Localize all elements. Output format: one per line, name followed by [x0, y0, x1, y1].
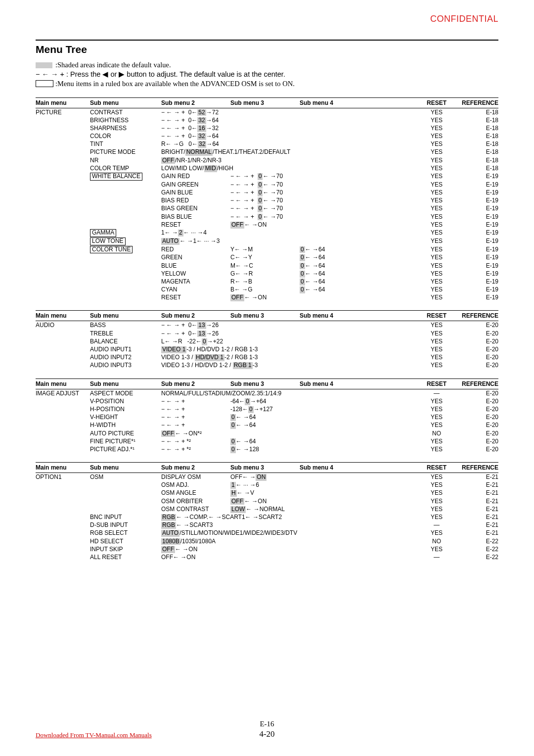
default-value: 0 — [258, 205, 263, 212]
table-row: LOW TONEAUTO← →1← ··· →3YESE-19 — [36, 237, 498, 245]
default-value: 13 — [197, 322, 206, 329]
default-value: HD/DVD 1 — [195, 354, 224, 361]
default-value: 0 — [300, 279, 305, 285]
default-value: 0 — [300, 286, 305, 293]
menu-tables: Main menuSub menuSub menu 2Sub menu 3Sub… — [36, 97, 498, 562]
table-row: D-SUB INPUTRGB← →SCART3—E-21 — [36, 521, 498, 529]
default-value: 0 — [300, 271, 305, 278]
intro-press: − ← → + : Press the ◀ or ▶ button to adj… — [36, 70, 498, 79]
default-value: AUTO — [161, 238, 179, 245]
boxed-sample-icon — [36, 80, 53, 87]
table-row: PICTURE MODEBRIGHT/NORMAL/THEAT.1/THEAT.… — [36, 148, 498, 156]
table-row: OPTION1OSMDISPLAY OSMOFF← →ONYESE-21 — [36, 473, 498, 481]
intro-shaded: :Shaded areas indicate the default value… — [55, 61, 171, 69]
table-row: FINE PICTURE*¹− ← → + *²0← →64YESE-20 — [36, 437, 498, 445]
default-value: 0 — [230, 422, 236, 429]
default-value: ON — [256, 474, 267, 481]
page-number-e: E-16 — [36, 720, 498, 728]
table-row: H-POSITION− ← → +-128←0→+127YESE-20 — [36, 405, 498, 413]
default-value: 0 — [230, 446, 236, 453]
default-value: 0 — [300, 263, 305, 270]
table-row: BLUEM← →C0← →64YESE-19 — [36, 262, 498, 270]
table-row: IMAGE ADJUSTASPECT MODENORMAL/FULL/STADI… — [36, 389, 498, 397]
table-row: RESETOFF← →ONYESE-19 — [36, 221, 498, 229]
default-value: 0 — [258, 197, 263, 204]
table-body: OPTION1OSMDISPLAY OSMOFF← →ONYESE-21OSM … — [36, 473, 498, 561]
table-row: HD SELECT1080B/1035I/1080ANOE-22 — [36, 537, 498, 545]
table-row: INPUT SKIPOFF← →ONYESE-22 — [36, 545, 498, 553]
table-row: RESETOFF← →ONYESE-19 — [36, 293, 498, 301]
table-row: SHARPNESS− ← → + 0←16→32YESE-18 — [36, 124, 498, 132]
table-row: H-WIDTH− ← → +0← →64YESE-20 — [36, 421, 498, 429]
default-value: RGB — [161, 514, 176, 521]
table-row: YELLOWG← →R0← →64YESE-19 — [36, 270, 498, 278]
default-value: OFF — [161, 546, 175, 553]
default-value: 13 — [197, 331, 206, 337]
table-row: RGB SELECTAUTO/STILL/MOTION/WIDE1/WIDE2/… — [36, 529, 498, 537]
default-value: 16 — [197, 125, 206, 132]
table-row: AUDIO INPUT1VIDEO 1-3 / HD/DVD 1-2 / RGB… — [36, 345, 498, 353]
boxed-menu-item: LOW TONE — [90, 237, 126, 245]
table-row: OSM ANGLEH← →VYESE-21 — [36, 489, 498, 497]
boxed-menu-item: COLOR TUNE — [90, 246, 133, 254]
page-title: Menu Tree — [36, 44, 498, 55]
default-value: 0 — [245, 398, 250, 405]
default-value: OFF — [230, 294, 244, 301]
table-row: CYANB← →G0← →64YESE-19 — [36, 285, 498, 293]
default-value: VIDEO 1 — [161, 346, 186, 353]
default-value: 1080B — [161, 538, 180, 545]
default-value: 0 — [258, 214, 263, 221]
table-row: GREENC← →Y0← →64YESE-19 — [36, 253, 498, 261]
table-row: BIAS BLUE− ← → + 0← →70YESE-19 — [36, 213, 498, 221]
default-value: OFF — [230, 222, 244, 229]
table-body: PICTURECONTRAST− ← → + 0←52→72YESE-18BRI… — [36, 108, 498, 302]
table-row: BRIGHTNESS− ← → + 0←32→64YESE-18 — [36, 116, 498, 124]
default-value: 1 — [230, 482, 236, 489]
table-row: COLOR TUNEREDY← →M0← →64YESE-19 — [36, 245, 498, 254]
table-row: GAMMA1← →2← ··· →4YESE-19 — [36, 229, 498, 237]
boxed-menu-item: GAMMA — [90, 229, 116, 237]
default-value: 32 — [197, 133, 206, 140]
default-value: 52 — [197, 109, 206, 116]
table-row: AUDIOBASS− ← → + 0←13→26YESE-20 — [36, 321, 498, 329]
table-row: WHITE BALANCEGAIN RED− ← → + 0← →70YESE-… — [36, 172, 498, 181]
top-rule — [36, 40, 498, 41]
default-value: 0 — [258, 173, 263, 180]
table-row: TINTR← →G 0←32→64YESE-18 — [36, 140, 498, 148]
table-body: IMAGE ADJUSTASPECT MODENORMAL/FULL/STADI… — [36, 389, 498, 454]
shaded-sample-icon — [36, 62, 52, 68]
default-value: OFF — [161, 157, 175, 164]
boxed-menu-item: WHITE BALANCE — [90, 173, 142, 181]
table-row: AUDIO INPUT2VIDEO 1-3 / HD/DVD 1-2 / RGB… — [36, 353, 498, 361]
default-value: 0 — [230, 414, 236, 421]
page-number-chap: 4-20 — [36, 729, 498, 739]
table-row: COLOR− ← → + 0←32→64YESE-18 — [36, 132, 498, 140]
default-value: 0 — [258, 182, 263, 189]
confidential-label: CONFIDENTIAL — [430, 14, 498, 24]
table-row: PICTURECONTRAST− ← → + 0←52→72YESE-18 — [36, 108, 498, 116]
table-row: BIAS GREEN− ← → + 0← →70YESE-19 — [36, 204, 498, 212]
default-value: H — [230, 490, 237, 497]
table-row: GAIN BLUE− ← → + 0← →70YESE-19 — [36, 189, 498, 196]
default-value: 0 — [202, 338, 207, 345]
table-header: Main menuSub menuSub menu 2Sub menu 3Sub… — [36, 97, 498, 108]
table-row: V-HEIGHT− ← → +0← →64YESE-20 — [36, 413, 498, 421]
default-value: 32 — [198, 141, 206, 148]
default-value: 0 — [258, 189, 263, 196]
default-value: OFF — [161, 430, 175, 437]
default-value: MID — [204, 165, 217, 172]
table-row: BNC INPUTRGB← →COMP.← →SCART1← →SCART2YE… — [36, 513, 498, 521]
default-value: OFF — [230, 498, 244, 505]
default-value: 2 — [178, 230, 183, 236]
table-row: TREBLE− ← → + 0←13→26YESE-20 — [36, 330, 498, 337]
intro-boxed: :Menu items in a ruled box are available… — [55, 80, 295, 88]
default-value: 32 — [197, 117, 206, 124]
default-value: 0 — [300, 254, 305, 261]
default-value: NORMAL — [185, 149, 213, 156]
default-value: AUTO — [161, 530, 179, 537]
table-row: AUDIO INPUT3VIDEO 1-3 / HD/DVD 1-2 / RGB… — [36, 361, 498, 369]
table-row: ALL RESETOFF← →ON—E-22 — [36, 553, 498, 561]
table-row: OSM CONTRASTLOW← →NORMALYESE-21 — [36, 505, 498, 513]
default-value: LOW — [230, 506, 246, 513]
intro-block: :Shaded areas indicate the default value… — [36, 60, 498, 89]
